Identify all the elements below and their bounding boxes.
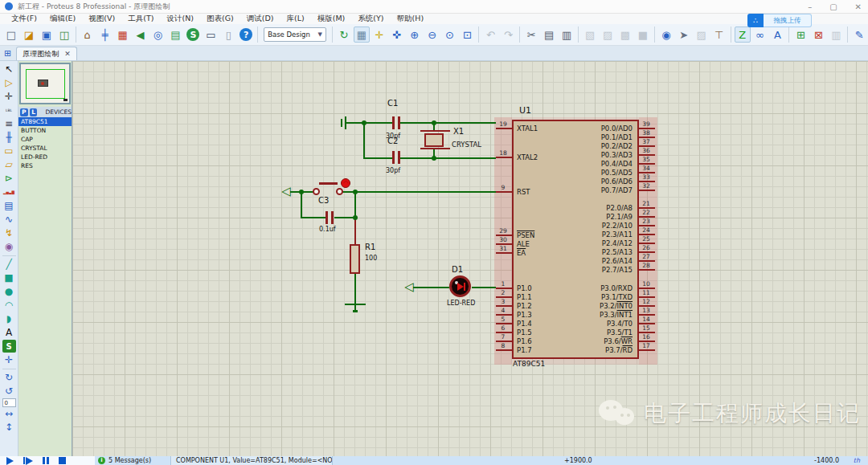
button-actuator-marker[interactable]: ◠ [341, 178, 350, 188]
zoom-area-icon[interactable]: ⊡ [460, 27, 476, 43]
buses-mode-icon[interactable]: ╫ [2, 131, 16, 144]
voltage-probe-mode-icon[interactable]: ↯ [2, 226, 16, 239]
home-page-icon[interactable]: ⌂ [80, 27, 96, 43]
open-project-icon[interactable]: ◪ [21, 27, 37, 43]
overview-minimap[interactable] [19, 63, 71, 104]
design-notes-icon[interactable]: ✎ [851, 27, 867, 43]
subcircuit-mode-icon[interactable]: ▭ [2, 145, 16, 157]
device-pins-mode-icon[interactable]: ⊳ [2, 172, 16, 185]
text-mode-icon[interactable]: A [2, 326, 16, 339]
drag-upload-button[interactable]: ∴ 拖拽上传 [747, 14, 812, 27]
resistor-r1[interactable] [350, 244, 360, 274]
property-assignment-icon[interactable]: A [770, 27, 786, 43]
rotate-ccw-icon[interactable]: ↺ [2, 385, 16, 398]
push-button[interactable] [336, 188, 343, 195]
path-mode-icon[interactable]: ◗ [2, 312, 16, 325]
menu-item[interactable]: 工具(T) [121, 14, 160, 24]
redraw-icon[interactable]: ↻ [336, 27, 352, 43]
wire-segment[interactable] [301, 217, 326, 218]
pick-devices-button[interactable]: P [20, 108, 28, 116]
make-device-icon[interactable]: ⊤ [711, 27, 727, 43]
terminal-arrow-icon[interactable]: ◁ [404, 281, 414, 292]
save-project-icon[interactable]: ▣ [39, 27, 55, 43]
menu-item[interactable]: 编辑(E) [43, 14, 82, 24]
library-manager-button[interactable]: L [30, 108, 38, 116]
wire-segment[interactable] [363, 122, 365, 159]
device-list-item[interactable]: CAP [18, 135, 72, 144]
schematic-capture-icon[interactable]: ╪ [97, 27, 113, 43]
menu-item[interactable]: 系统(Y) [351, 14, 390, 24]
line-mode-icon[interactable]: ╱ [2, 258, 16, 271]
tab-schematic[interactable]: 原理图绘制 ✕ [16, 47, 77, 60]
device-list-item[interactable]: RES [18, 161, 72, 170]
pan-icon[interactable]: ✜ [389, 27, 405, 43]
arc-mode-icon[interactable]: ◠ [2, 299, 16, 312]
terminal-arrow-icon[interactable]: ◁ [281, 186, 291, 197]
play-button[interactable] [6, 457, 14, 465]
symbol-mode-icon[interactable]: S [2, 340, 16, 353]
search-tags-icon[interactable]: ∞ [752, 27, 768, 43]
terminals-mode-icon[interactable]: ▱ [2, 158, 16, 171]
wire-segment[interactable] [472, 287, 496, 288]
copy-icon[interactable]: ▤ [541, 27, 557, 43]
wire-segment[interactable] [363, 157, 496, 159]
selection-mode-icon[interactable]: ↖ [2, 63, 16, 75]
generator-mode-icon[interactable]: ∿ [2, 213, 16, 226]
gerber-viewer-icon[interactable]: ◎ [150, 27, 166, 43]
current-probe-mode-icon[interactable]: ◉ [2, 240, 16, 253]
menu-item[interactable]: 视图(V) [82, 14, 121, 24]
device-list-item[interactable]: LED-RED [18, 153, 72, 161]
3d-visualizer-icon[interactable]: ◀ [133, 27, 149, 43]
zoom-out-icon[interactable]: ⊖ [424, 27, 440, 43]
wire-segment[interactable] [413, 287, 449, 288]
crystal-x1[interactable] [420, 130, 450, 132]
capacitor-c1[interactable] [398, 116, 400, 129]
schematic-canvas[interactable]: ◠ ◁ ◁ 19 XTAL1 18 XTAL2 9 RST [72, 61, 868, 456]
component-mode-icon[interactable]: ▷ [2, 76, 16, 89]
menu-item[interactable]: 图表(G) [200, 14, 240, 24]
messages-segment[interactable]: i 5 Message(s) [95, 456, 171, 465]
grid-toggle-icon[interactable]: ▦ [354, 27, 370, 43]
tab-close-icon[interactable]: ✕ [64, 50, 71, 58]
zoom-all-icon[interactable]: ⊙ [442, 27, 458, 43]
help-icon[interactable]: ? [240, 28, 252, 41]
find-part-icon[interactable]: ◉ [658, 27, 674, 43]
menu-item[interactable]: 库(L) [280, 14, 311, 24]
circle-mode-icon[interactable]: ● [2, 285, 16, 298]
close-project-icon[interactable]: ◫ [56, 27, 72, 43]
wire-segment[interactable] [342, 191, 496, 193]
rotate-cw-icon[interactable]: ↻ [2, 371, 16, 384]
menu-item[interactable]: 设计(N) [160, 14, 200, 24]
source-code-icon[interactable]: ▭ [203, 27, 219, 43]
new-project-icon[interactable]: □ [3, 27, 19, 43]
design-scope-dropdown[interactable]: Base Design▼ [264, 27, 326, 42]
crystal-x1[interactable] [424, 133, 444, 147]
mirror-x-icon[interactable]: ↔ [2, 407, 16, 420]
zoom-in-icon[interactable]: ⊕ [407, 27, 423, 43]
new-sheet-icon[interactable]: ⊞ [792, 27, 809, 43]
rotation-angle-input[interactable]: 0 [2, 398, 16, 407]
pause-button[interactable] [43, 457, 49, 464]
cut-icon[interactable]: ✂ [523, 27, 539, 43]
push-button[interactable] [313, 188, 320, 195]
device-list-item[interactable]: AT89C51 [18, 117, 72, 126]
capacitor-c3[interactable] [331, 211, 334, 224]
wire-segment[interactable] [354, 217, 356, 246]
remove-sheet-icon[interactable]: ⊠ [810, 27, 826, 43]
menu-item[interactable]: 帮助(H) [391, 14, 431, 24]
wire-autorouter-icon[interactable]: Z [735, 27, 751, 43]
wire-segment[interactable] [301, 191, 302, 218]
wire-label-mode-icon[interactable]: LBL [2, 104, 16, 116]
wire-segment[interactable] [354, 191, 356, 218]
origin-icon[interactable]: ✛ [371, 27, 387, 43]
push-button[interactable] [319, 182, 338, 185]
bill-of-materials-icon[interactable]: S [186, 28, 199, 41]
project-notes-icon[interactable]: ▯ [220, 27, 236, 43]
graph-mode-icon[interactable]: ▂▅▃▇ [2, 186, 16, 198]
power-rail-symbol[interactable] [345, 116, 346, 129]
menu-item[interactable]: 模版(M) [311, 14, 352, 24]
minimize-button[interactable]: – [808, 2, 812, 11]
menu-item[interactable]: 调试(D) [240, 14, 280, 24]
marker-mode-icon[interactable]: ✛ [2, 353, 16, 366]
step-button[interactable] [23, 457, 33, 465]
